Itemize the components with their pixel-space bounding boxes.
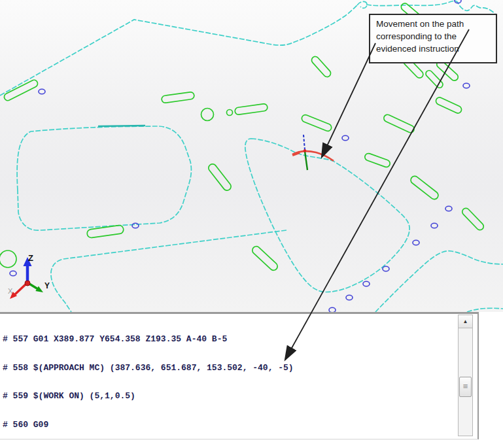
- gcode-line[interactable]: # 559 $(WORK ON) (5,1,0.5): [0, 392, 455, 402]
- gcode-line[interactable]: # 557 G01 X389.877 Y654.358 Z193.35 A-40…: [0, 335, 455, 345]
- gcode-listing: # 557 G01 X389.877 Y654.358 Z193.35 A-40…: [0, 316, 455, 448]
- tool-position-marker: [304, 135, 307, 170]
- scroll-up-arrow-icon: ▲: [463, 319, 468, 324]
- cam-simulator-window: Z Y X Movement on the path corresponding…: [0, 0, 503, 448]
- annotation-callout: Movement on the path corresponding to th…: [369, 14, 497, 63]
- z-axis-label: Z: [28, 253, 33, 263]
- callout-line-1: Movement on the path: [376, 18, 492, 31]
- vertical-scrollbar[interactable]: ▲ ≡: [458, 315, 473, 436]
- y-axis-label: Y: [44, 281, 50, 290]
- callout-line-3: evidenced instruction: [376, 43, 492, 56]
- contour-left-pocket: [17, 126, 191, 230]
- contour-bottom-left: [51, 230, 286, 312]
- contour-top-hook: [357, 1, 495, 14]
- thumb-grip-icon: ≡: [463, 381, 468, 391]
- tool-contact-point: [304, 149, 306, 152]
- gcode-line[interactable]: # 560 G09: [0, 421, 455, 430]
- scrollbar-thumb[interactable]: ≡: [459, 377, 472, 397]
- gcode-line[interactable]: # 558 $(APPROACH MC) (387.636, 651.687, …: [0, 364, 455, 373]
- tool-axis-lower: [305, 151, 307, 170]
- x-axis-label: X: [8, 287, 13, 295]
- contour-top-ridge: [0, 5, 357, 95]
- gcode-panel: # 557 G01 X389.877 Y654.358 Z193.35 A-40…: [0, 312, 479, 439]
- scroll-up-button[interactable]: ▲: [459, 315, 472, 328]
- contour-dark-segment: [98, 126, 145, 126]
- triad-origin: [25, 281, 30, 286]
- contour-bottom-right-wave: [375, 251, 503, 312]
- callout-line-2: corresponding to the: [376, 31, 492, 43]
- tool-axis-upper: [304, 135, 305, 150]
